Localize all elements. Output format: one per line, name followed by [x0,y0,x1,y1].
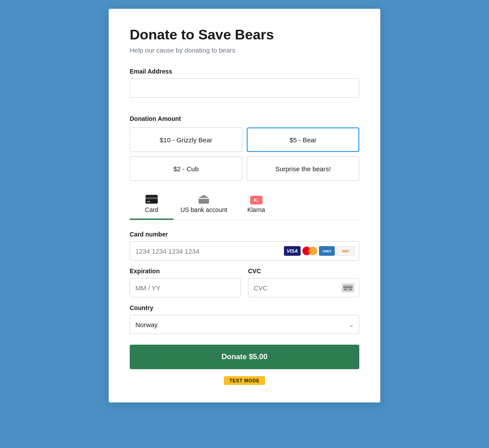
page-title: Donate to Save Bears [130,26,359,43]
page-subtitle: Help our cause by donating to bears [130,46,359,54]
tab-bank[interactable]: US bank account [174,191,234,220]
donation-btn-cub[interactable]: $2 - Cub [130,156,242,181]
expiration-group: Expiration [130,268,241,297]
donation-btn-grizzly[interactable]: $10 - Grizzly Bear [130,127,242,152]
donation-grid: $10 - Grizzly Bear $5 - Bear $2 - Cub Su… [130,127,359,181]
country-group: Country Norway United States United King… [130,304,359,334]
test-mode-label: TEST MODE [224,376,265,385]
tab-klarna-label: Klarna [247,206,265,213]
form-card: Donate to Save Bears Help our cause by d… [109,9,380,402]
donation-btn-surprise[interactable]: Surprise the bears! [247,156,359,181]
tab-bank-label: US bank account [181,206,227,213]
country-select-wrapper: Norway United States United Kingdom Germ… [130,315,359,334]
visa-logo: VISA [284,246,301,256]
expiration-label: Expiration [130,268,241,275]
donation-btn-bear[interactable]: $5 - Bear [247,127,359,152]
amex-logo: AMEX [319,246,335,256]
expiry-cvc-row: Expiration CVC [130,268,359,297]
card-number-label: Card number [130,231,359,238]
email-group: Email Address [130,68,359,108]
country-label: Country [130,304,359,311]
test-mode-badge: TEST MODE [130,376,359,385]
email-input[interactable] [130,78,359,98]
page-wrapper: Donate to Save Bears Help our cause by d… [0,0,489,448]
donation-label: Donation Amount [130,115,359,122]
svg-rect-4 [343,286,353,288]
cvc-group: CVC [248,268,359,297]
discover-logo: DISC [337,246,355,256]
cvc-wrapper [248,278,359,297]
cvc-label: CVC [248,268,359,275]
svg-rect-5 [344,289,347,290]
tab-card[interactable]: Card [130,191,174,220]
cvc-card-icon [341,283,355,293]
donate-button[interactable]: Donate $5.00 [130,345,359,369]
payment-tabs: Card US bank account K. Klarna [130,191,359,220]
donation-section: Donation Amount $10 - Grizzly Bear $5 - … [130,115,359,181]
expiration-input[interactable] [130,278,241,297]
card-icon [145,195,158,204]
svg-rect-2 [147,201,150,202]
svg-rect-6 [349,289,352,290]
card-logos: VISA AMEX DISC [284,246,355,256]
tab-card-label: Card [145,206,158,213]
card-number-wrapper: VISA AMEX DISC [130,241,359,261]
email-label: Email Address [130,68,359,75]
mastercard-logo [302,246,317,256]
svg-rect-1 [145,197,158,199]
country-select[interactable]: Norway United States United Kingdom Germ… [130,315,359,334]
bank-icon [198,195,209,204]
klarna-icon: K. [250,196,262,205]
card-number-group: Card number VISA AMEX DISC [130,231,359,261]
tab-klarna[interactable]: K. Klarna [234,192,278,220]
